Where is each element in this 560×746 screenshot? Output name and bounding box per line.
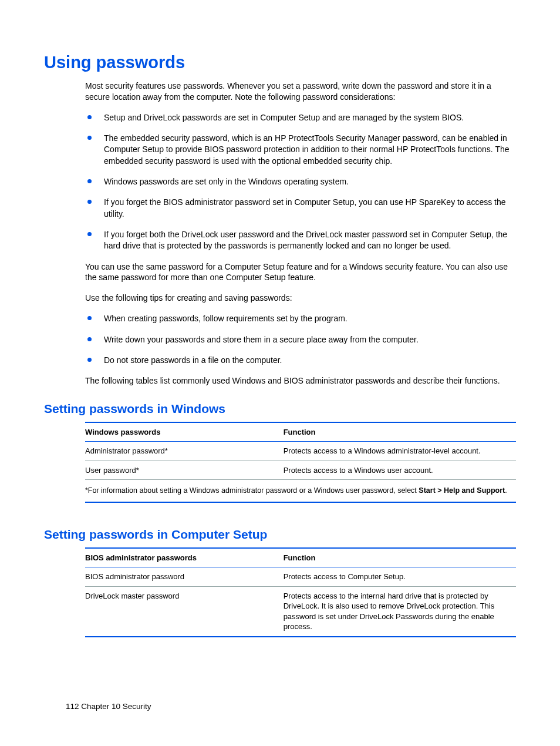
table-header: Function (284, 548, 516, 567)
table-cell: Administrator password* (85, 442, 284, 461)
table-cell: Protects access to a Windows administrat… (284, 442, 516, 461)
footnote-text: . (505, 486, 507, 495)
body-paragraph: You can use the same password for a Comp… (85, 261, 516, 284)
table-row: DriveLock master password Protects acces… (85, 586, 516, 637)
considerations-list: Setup and DriveLock passwords are set in… (85, 112, 516, 252)
table-header: Function (284, 422, 516, 442)
windows-passwords-table: Windows passwords Function Administrator… (85, 422, 516, 503)
list-item: Do not store passwords in a file on the … (85, 355, 516, 366)
table-header: Windows passwords (85, 422, 284, 442)
page-footer: 112 Chapter 10 Security (66, 702, 151, 711)
table-cell: Protects access to Computer Setup. (284, 567, 516, 587)
section-heading-computer-setup: Setting passwords in Computer Setup (44, 527, 516, 542)
table-row: BIOS administrator password Protects acc… (85, 567, 516, 587)
list-item: If you forget the BIOS administrator pas… (85, 197, 516, 220)
list-item: If you forget both the DriveLock user pa… (85, 229, 516, 252)
table-cell: Protects access to a Windows user accoun… (284, 461, 516, 480)
body-paragraph: Use the following tips for creating and … (85, 293, 516, 304)
table-footnote-row: *For information about setting a Windows… (85, 480, 516, 502)
page-heading: Using passwords (44, 53, 516, 72)
list-item: When creating passwords, follow requirem… (85, 313, 516, 324)
section-heading-windows: Setting passwords in Windows (44, 402, 516, 416)
table-cell: User password* (85, 461, 284, 480)
list-item: The embedded security password, which is… (85, 133, 516, 167)
list-item: Setup and DriveLock passwords are set in… (85, 112, 516, 123)
intro-paragraph: Most security features use passwords. Wh… (85, 80, 516, 103)
table-row: User password* Protects access to a Wind… (85, 461, 516, 480)
body-paragraph: The following tables list commonly used … (85, 375, 516, 387)
table-row: Administrator password* Protects access … (85, 442, 516, 461)
table-footnote: *For information about setting a Windows… (85, 480, 516, 502)
footnote-bold: Start > Help and Support (419, 486, 505, 495)
tips-list: When creating passwords, follow requirem… (85, 313, 516, 366)
table-header: BIOS administrator passwords (85, 548, 284, 567)
list-item: Windows passwords are set only in the Wi… (85, 176, 516, 187)
bios-passwords-table: BIOS administrator passwords Function BI… (85, 547, 516, 637)
table-cell: DriveLock master password (85, 586, 284, 637)
footnote-text: *For information about setting a Windows… (85, 486, 419, 495)
table-cell: BIOS administrator password (85, 567, 284, 587)
table-cell: Protects access to the internal hard dri… (284, 586, 516, 637)
list-item: Write down your passwords and store them… (85, 334, 516, 345)
